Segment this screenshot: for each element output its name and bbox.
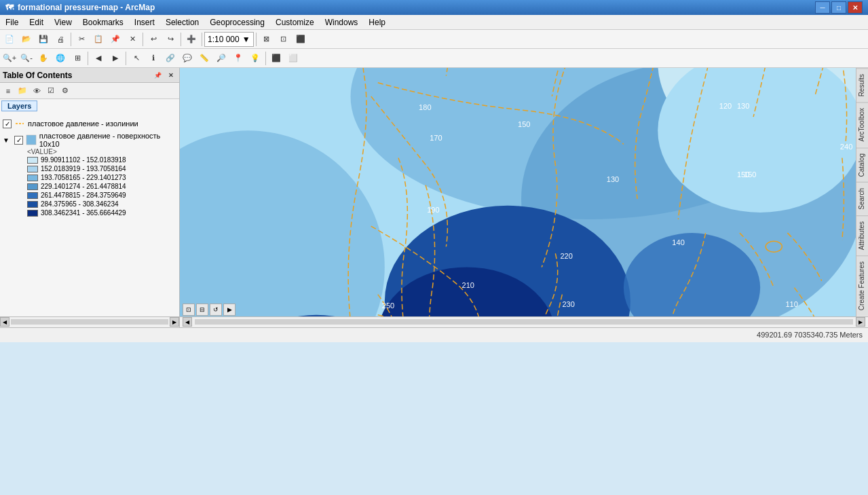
menu-item-geoprocessing[interactable]: Geoprocessing — [204, 15, 270, 30]
right-tab-attributes[interactable]: Attributes — [856, 215, 869, 255]
layer1-checkbox[interactable] — [3, 120, 12, 128]
layout-view-button[interactable]: ⬛ — [293, 31, 309, 48]
toc-pin-button[interactable]: 📌 — [152, 70, 163, 81]
svg-text:120: 120 — [719, 102, 732, 110]
legend-range-label: 99.90911102 - 152.0183918 — [41, 156, 126, 164]
right-tab-search[interactable]: Search — [856, 182, 869, 215]
zoom-layer-button[interactable]: ⊡ — [276, 31, 292, 48]
menu-item-view[interactable]: View — [49, 15, 77, 30]
list-item: 229.1401274 - 261.4478814 — [3, 182, 176, 191]
right-tab-results[interactable]: Results — [856, 68, 869, 102]
toc-header: Table Of Contents 📌 ✕ — [0, 68, 179, 83]
legend-swatch — [27, 192, 38, 199]
bottom-scroll-area: ◀ ▶ ◀ ▶ — [0, 316, 868, 327]
open-button[interactable]: 📂 — [18, 31, 35, 48]
menu-item-bookmarks[interactable]: Bookmarks — [77, 15, 129, 30]
redo-button[interactable]: ↪ — [162, 31, 178, 48]
add-data-button[interactable]: ➕ — [183, 31, 200, 48]
measure-button[interactable]: 📏 — [196, 50, 212, 67]
close-button[interactable]: ✕ — [848, 1, 863, 14]
svg-text:230: 230 — [562, 300, 574, 308]
zoom-in-button[interactable]: 🔍+ — [1, 50, 18, 67]
map-fullscreen-button[interactable]: ⊡ — [183, 304, 195, 316]
menu-item-edit[interactable]: Edit — [24, 15, 49, 30]
overview-btn[interactable]: ⬜ — [285, 50, 301, 67]
map-bottom-toolbar: ⊡ ⊟ ↺ ▶ — [180, 303, 238, 316]
menu-item-insert[interactable]: Insert — [129, 15, 160, 30]
map-overview-button[interactable]: ⊟ — [196, 304, 208, 316]
cut-button[interactable]: ✂ — [73, 31, 90, 48]
hyperlink-button[interactable]: 🔗 — [162, 50, 178, 67]
list-item: 284.375965 - 308.346234 — [3, 200, 176, 208]
forward-button[interactable]: ▶ — [107, 50, 124, 67]
legend-swatch — [27, 166, 38, 172]
layer2-expand[interactable]: ▼ — [3, 136, 12, 144]
find-button[interactable]: 🔎 — [213, 50, 229, 67]
toc-toolbar: ≡ 📁 👁 ☑ ⚙ — [0, 83, 179, 99]
list-by-visibility-button[interactable]: 👁 — [30, 84, 43, 98]
copy-button[interactable]: 📋 — [90, 31, 107, 48]
menu-item-selection[interactable]: Selection — [160, 15, 204, 30]
layers-tab[interactable]: Layers — [1, 100, 37, 111]
globe-button[interactable]: 🌐 — [52, 50, 69, 67]
pan-button[interactable]: ✋ — [35, 50, 52, 67]
coordinates: 499201.69 7035340.735 Meters — [757, 331, 863, 339]
scroll-right-button[interactable]: ▶ — [170, 317, 179, 327]
map-scrollbar[interactable]: ◀ ▶ — [180, 316, 868, 327]
legend-swatch — [27, 157, 38, 164]
options-button[interactable]: ⚙ — [58, 84, 72, 98]
toc-scrollbar[interactable]: ◀ ▶ — [0, 316, 180, 327]
map-nav-button[interactable]: ▶ — [223, 304, 235, 316]
select-button[interactable]: ↖ — [128, 50, 145, 67]
menu-item-customize[interactable]: Customize — [270, 15, 320, 30]
toc-close-button[interactable]: ✕ — [166, 70, 176, 81]
map-area[interactable]: 100 110 110 240 290 240 120 130 150 160 … — [180, 68, 856, 316]
separator — [143, 33, 143, 46]
list-by-selection-button[interactable]: ☑ — [44, 84, 58, 98]
list-item: ▼ пластовое давление - поверхность 10x10… — [1, 130, 178, 219]
full-extent-button[interactable]: ⊞ — [69, 50, 86, 67]
right-tab-catalog[interactable]: Catalog — [856, 147, 869, 182]
menu-item-windows[interactable]: Windows — [320, 15, 364, 30]
identify-button[interactable]: ℹ — [145, 50, 162, 67]
map-tips-button[interactable]: 💡 — [247, 50, 263, 67]
html-popup-button[interactable]: 💬 — [179, 50, 195, 67]
titlebar: 🗺 formational pressure-map - ArcMap ─ □ … — [0, 0, 868, 15]
print-button[interactable]: 🖨 — [52, 31, 69, 48]
scroll-left-button[interactable]: ◀ — [0, 317, 10, 327]
zoom-full-button[interactable]: ⊠ — [259, 31, 275, 48]
paste-button[interactable]: 📌 — [107, 31, 124, 48]
layout-btn2[interactable]: ⬛ — [268, 50, 284, 67]
minimize-button[interactable]: ─ — [815, 1, 830, 14]
layer2-name[interactable]: пластовое давление - поверхность 10x10 — [39, 132, 176, 148]
scale-dropdown[interactable]: 1:10 000 ▼ — [204, 32, 254, 47]
layer1-name[interactable]: пластовое давление - изолинии — [28, 120, 138, 128]
legend-range-label: 308.3462341 - 365.6664429 — [41, 209, 126, 217]
right-tab-arctoolbox[interactable]: ArcToolbox — [856, 102, 869, 147]
list-by-drawing-order-button[interactable]: ≡ — [1, 84, 15, 98]
map-refresh-button[interactable]: ↺ — [210, 304, 222, 316]
layer2-checkbox[interactable] — [14, 136, 23, 145]
toc-title: Table Of Contents — [3, 71, 72, 80]
go-to-xy-button[interactable]: 📍 — [230, 50, 246, 67]
legend-swatch — [27, 183, 38, 190]
maximize-button[interactable]: □ — [831, 1, 846, 14]
map-scroll-left-button[interactable]: ◀ — [183, 317, 192, 327]
svg-text:250: 250 — [382, 301, 394, 310]
menu-item-file[interactable]: File — [0, 15, 24, 30]
save-button[interactable]: 💾 — [35, 31, 52, 48]
menu-item-help[interactable]: Help — [363, 15, 391, 30]
chevron-down-icon: ▼ — [242, 35, 250, 44]
undo-button[interactable]: ↩ — [145, 31, 162, 48]
back-button[interactable]: ◀ — [90, 50, 107, 67]
legend-range-label: 229.1401274 - 261.4478814 — [41, 183, 126, 190]
list-by-source-button[interactable]: 📁 — [16, 84, 29, 98]
separator — [71, 33, 71, 46]
zoom-out-button[interactable]: 🔍- — [18, 50, 35, 67]
map-canvas: 100 110 110 240 290 240 120 130 150 160 … — [180, 68, 856, 316]
right-tab-create-features[interactable]: Create Features — [856, 255, 869, 316]
new-button[interactable]: 📄 — [1, 31, 18, 48]
svg-text:170: 170 — [430, 134, 442, 142]
delete-button[interactable]: ✕ — [124, 31, 140, 48]
map-scroll-right-button[interactable]: ▶ — [856, 317, 865, 327]
